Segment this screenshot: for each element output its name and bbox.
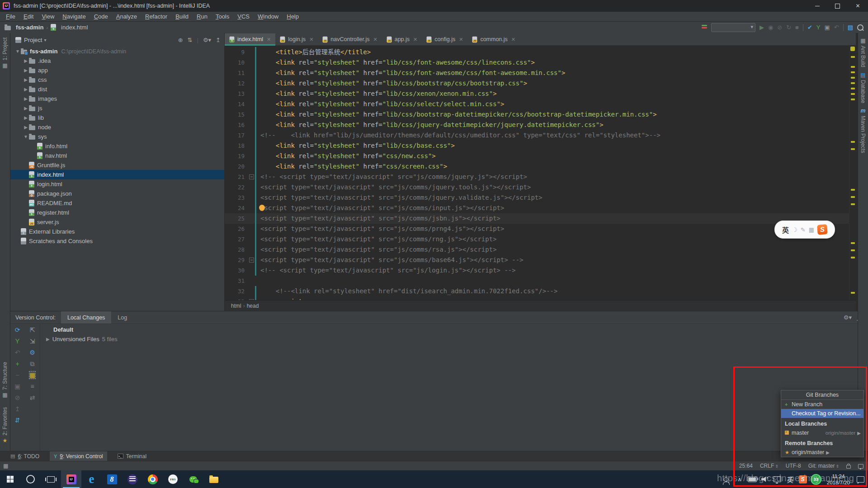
close-icon[interactable]: ✕ xyxy=(459,37,463,42)
warning-mark[interactable] xyxy=(851,141,855,143)
code-line-12[interactable]: 12 <link rel="stylesheet" href="lib/css/… xyxy=(225,78,849,89)
changelist-name[interactable]: Default xyxy=(53,326,118,333)
update-project-button[interactable]: ✔ xyxy=(807,23,812,32)
code-line-24[interactable]: 24<script type="text/javascript" src="js… xyxy=(225,203,849,213)
code-text[interactable]: <link rel="stylesheet" href="lib/css/bas… xyxy=(255,141,849,151)
menu-refactor[interactable]: Refactor xyxy=(141,12,171,22)
tool-window-button-versioncontrol[interactable]: Y9: Version Control xyxy=(50,451,107,461)
taskbar-edge-icon[interactable]: e xyxy=(81,470,102,488)
code-line-16[interactable]: 16 <link rel="stylesheet" href="lib/css/… xyxy=(225,120,849,130)
tree-item-index-html[interactable]: index.html xyxy=(10,170,224,179)
code-text[interactable]: <link rel="stylesheet" href="css/new.css… xyxy=(255,151,849,161)
close-icon[interactable]: ✕ xyxy=(511,37,515,42)
debug-button[interactable]: ◉ xyxy=(768,23,773,32)
menu-analyze[interactable]: Analyze xyxy=(112,12,141,22)
code-text[interactable]: <script type="text/javascript" src="js/c… xyxy=(255,192,849,203)
code-text[interactable]: <script type="text/javascript" src="js/c… xyxy=(255,234,849,244)
tree-item-readme-md[interactable]: README.md xyxy=(10,198,224,208)
vcs-toolbar-icon[interactable]: ▦ xyxy=(29,371,35,379)
tab-login-js[interactable]: login.js✕ xyxy=(275,33,318,45)
menu-tools[interactable]: Tools xyxy=(212,12,233,22)
warning-mark[interactable] xyxy=(851,189,855,191)
vcs-toolbar-icon[interactable]: + xyxy=(15,360,19,367)
code-line-21[interactable]: 21−<!-- <script type="text/javascript" s… xyxy=(225,172,849,182)
warning-mark[interactable] xyxy=(851,148,855,150)
vcs-toolbar-icon[interactable]: ↥ xyxy=(15,405,20,413)
vcs-toolbar-icon[interactable]: ⧉ xyxy=(30,360,35,367)
tree-item-node[interactable]: ▶node xyxy=(10,122,224,132)
vcs-toolbar-icon[interactable]: Y xyxy=(15,338,19,345)
code-line-11[interactable]: 11 <link rel="stylesheet" href="lib/css/… xyxy=(225,68,849,78)
collapse-all-icon[interactable]: ⇅ xyxy=(188,37,193,43)
tree-item-images[interactable]: ▶images xyxy=(10,94,224,103)
vcs-tab-log[interactable]: Log xyxy=(111,311,133,324)
code-line-18[interactable]: 18 <link rel="stylesheet" href="lib/css/… xyxy=(225,141,849,151)
chevron-right-icon[interactable]: ▶ xyxy=(46,337,50,342)
warning-mark[interactable] xyxy=(851,71,855,73)
minimize-button[interactable] xyxy=(807,0,827,12)
code-line-10[interactable]: 10 <link rel="stylesheet" href="lib/css/… xyxy=(225,57,849,68)
project-view-title[interactable]: Project xyxy=(24,37,42,43)
code-line-14[interactable]: 14 <link rel="stylesheet" href="lib/css/… xyxy=(225,99,849,109)
code-text[interactable]: <script type="text/javascript" src="js/c… xyxy=(255,213,849,224)
diff-button[interactable]: ▣ xyxy=(825,23,830,32)
vcs-toolbar-icon[interactable]: ⇵ xyxy=(15,417,20,424)
code-text[interactable]: <link rel="stylesheet" href="lib/css/fon… xyxy=(255,68,849,78)
vcs-toolbar-icon[interactable]: ⇱ xyxy=(30,326,35,333)
code-text[interactable]: <title>后台管理系统</title> xyxy=(255,47,849,57)
breadcrumb-tag-html[interactable]: html xyxy=(231,303,241,309)
menu-navigate[interactable]: Navigate xyxy=(58,12,90,22)
profiler-button[interactable]: ↻ xyxy=(786,23,791,32)
tool-window-button-todo[interactable]: ▤6: TODO xyxy=(6,451,43,461)
breadcrumb-item[interactable]: fss-admin xyxy=(5,24,43,31)
tab-app-js[interactable]: app.js✕ xyxy=(382,33,422,45)
menu-file[interactable]: File xyxy=(2,12,19,22)
menu-run[interactable]: Run xyxy=(193,12,212,22)
structure-popup-button[interactable]: ▤ xyxy=(848,23,853,32)
run-button[interactable]: ▶ xyxy=(760,23,764,32)
tree-item-css[interactable]: ▶css xyxy=(10,75,224,84)
code-text[interactable]: <script type="text/javascript" src="js/c… xyxy=(255,203,849,213)
code-text[interactable]: <!--<link rel="stylesheet" href="dist/is… xyxy=(255,286,849,296)
close-icon[interactable]: ✕ xyxy=(373,37,377,42)
breadcrumb-tag-head[interactable]: head xyxy=(247,303,259,309)
tool-window-button[interactable]: mMaven Projects xyxy=(858,108,868,153)
code-text[interactable]: <script type="text/javascript" src="js/c… xyxy=(255,244,849,255)
taskbar-intellij-icon[interactable] xyxy=(61,470,81,488)
code-text[interactable]: <!-- <link href="lib/js/umeditor/themes/… xyxy=(255,130,849,141)
code-line-9[interactable]: 9 <title>后台管理系统</title> xyxy=(225,47,849,57)
chevron-right-icon[interactable]: ▶ xyxy=(23,115,29,120)
code-line-28[interactable]: 28<script type="text/javascript" src="js… xyxy=(225,244,849,255)
chevron-right-icon[interactable]: ▶ xyxy=(23,96,29,101)
code-text[interactable]: <link rel="stylesheet" href="lib/css/jqu… xyxy=(255,120,849,130)
gear-icon[interactable]: ⚙▾ xyxy=(203,37,211,43)
maximize-button[interactable] xyxy=(827,0,848,12)
tool-window-button[interactable]: ▤Database xyxy=(858,72,868,103)
fold-column[interactable]: − xyxy=(248,174,255,179)
menu-window[interactable]: Window xyxy=(254,12,283,22)
ime-mode-letter[interactable]: 英 xyxy=(782,225,789,235)
code-line-26[interactable]: 26<script type="text/javascript" src="js… xyxy=(225,224,849,234)
code-editor[interactable]: 9 <title>后台管理系统</title>10 <link rel="sty… xyxy=(225,45,849,300)
warning-mark[interactable] xyxy=(851,93,855,95)
tab-config-js[interactable]: config.js✕ xyxy=(422,33,467,45)
code-line-30[interactable]: 30<!-- <script type="text/javascript" sr… xyxy=(225,265,849,276)
chevron-down-icon[interactable]: ▼ xyxy=(14,49,21,54)
tool-window-switcher-icon[interactable]: ▦ xyxy=(3,463,8,469)
unversioned-files-row[interactable]: ▶ Unversioned Files 5 files xyxy=(46,336,118,343)
error-stripe[interactable] xyxy=(849,45,856,300)
tree-item-scratches-and-consoles[interactable]: Scratches and Consoles xyxy=(10,236,224,246)
tool-window-button[interactable]: 1: Project▦ xyxy=(0,38,10,69)
code-line-13[interactable]: 13 <link rel="stylesheet" href="lib/css/… xyxy=(225,89,849,99)
tree-item-gruntfile-js[interactable]: Gruntfile.js xyxy=(10,160,224,170)
vcs-toolbar-icon[interactable]: ⇲ xyxy=(30,338,35,345)
chevron-right-icon[interactable]: ▶ xyxy=(23,125,29,130)
menu-build[interactable]: Build xyxy=(171,12,193,22)
tree-item--idea[interactable]: ▶.idea xyxy=(10,56,224,66)
close-button[interactable]: ✕ xyxy=(848,0,868,12)
code-line-20[interactable]: 20 <link rel="stylesheet" href="css/scre… xyxy=(225,161,849,172)
stop-button[interactable]: ■ xyxy=(795,23,799,32)
vcs-toolbar-icon[interactable]: ⚙ xyxy=(29,349,35,356)
code-line-23[interactable]: 23<script type="text/javascript" src="js… xyxy=(225,192,849,203)
vcs-tab-local-changes[interactable]: Local Changes xyxy=(61,311,111,324)
